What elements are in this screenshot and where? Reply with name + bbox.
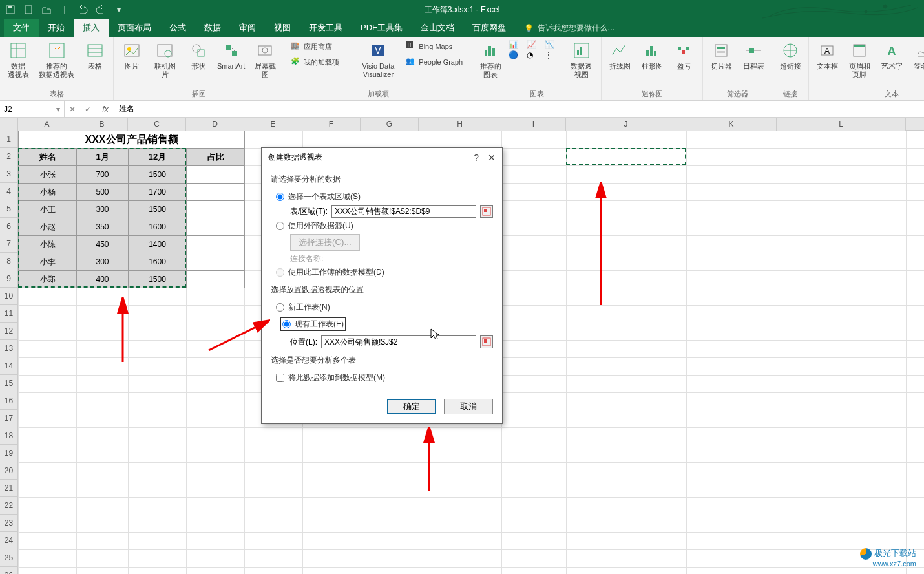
svg-rect-18 xyxy=(226,45,231,50)
tab-jinshan[interactable]: 金山文档 xyxy=(412,18,463,37)
people-graph-button[interactable]: 👥People Graph xyxy=(403,56,468,69)
ok-button[interactable]: 确定 xyxy=(387,399,436,414)
bing-maps-button[interactable]: 🅱Bing Maps xyxy=(403,40,468,53)
tab-insert[interactable]: 插入 xyxy=(74,18,109,37)
qat-dropdown-icon[interactable]: ▾ xyxy=(112,3,125,16)
svg-rect-19 xyxy=(232,51,237,56)
signature-icon xyxy=(915,41,924,59)
recommended-charts-button[interactable]: 推荐的 图表 xyxy=(476,40,505,80)
help-icon[interactable]: ? xyxy=(474,153,479,163)
screenshot-button[interactable]: 屏幕截图 xyxy=(250,40,280,80)
column-header[interactable]: I xyxy=(501,118,566,131)
tab-layout[interactable]: 页面布局 xyxy=(109,18,160,37)
radio-new-sheet[interactable]: 新工作表(N) xyxy=(276,302,493,313)
chart-gallery-icon[interactable]: 📉 xyxy=(545,40,562,49)
app-store-button[interactable]: 🏬应用商店 xyxy=(288,40,353,53)
screenshot-icon xyxy=(256,41,274,59)
column-header[interactable]: C xyxy=(128,118,186,131)
range-input[interactable] xyxy=(331,205,476,218)
ribbon-group-filters: 切片器 日程表 筛选器 xyxy=(703,37,772,100)
textbox-icon: A xyxy=(818,41,836,59)
wordart-button[interactable]: A艺术字 xyxy=(877,40,906,72)
chart-gallery-icon[interactable]: 🔵 xyxy=(509,50,525,59)
hyperlink-button[interactable]: 超链接 xyxy=(776,40,804,72)
signature-line-button[interactable]: 签名行 xyxy=(910,40,924,72)
column-header[interactable]: D xyxy=(186,118,244,131)
shapes-button[interactable]: 形状 xyxy=(184,40,213,72)
location-input[interactable] xyxy=(321,335,476,348)
location-picker-icon[interactable] xyxy=(480,335,493,348)
recommended-pivot-button[interactable]: 推荐的 数据透视表 xyxy=(36,40,77,80)
enter-formula-icon[interactable]: ✓ xyxy=(80,105,96,114)
svg-rect-33 xyxy=(654,51,656,56)
column-header[interactable]: A xyxy=(18,118,76,131)
visio-button[interactable]: VVisio Data Visualizer xyxy=(359,40,397,80)
group-label-filters: 筛选器 xyxy=(727,88,748,99)
open-icon[interactable] xyxy=(40,3,53,16)
pivot-table-button[interactable]: 数据 透视表 xyxy=(4,40,32,80)
radio-select-range[interactable]: 选择一个表或区域(S) xyxy=(276,191,493,202)
picture-button[interactable]: 图片 xyxy=(118,40,146,72)
close-icon[interactable]: ✕ xyxy=(488,153,496,163)
tab-file[interactable]: 文件 xyxy=(4,18,39,37)
chart-gallery-icon[interactable]: ⋮ xyxy=(545,50,562,59)
tab-view[interactable]: 视图 xyxy=(265,18,300,37)
sparkline-line-icon xyxy=(611,41,629,59)
my-addins-button[interactable]: 🧩我的加载项 xyxy=(288,56,353,69)
textbox-button[interactable]: A文本框 xyxy=(813,40,841,72)
column-header[interactable]: J xyxy=(566,118,686,131)
pivot-chart-button[interactable]: 数据透视图 xyxy=(565,40,597,80)
chart-gallery-icon[interactable]: ◔ xyxy=(527,50,543,59)
smartart-icon xyxy=(222,41,240,59)
create-pivot-dialog: 创建数据透视表 ? ✕ 请选择要分析的数据 选择一个表或区域(S) 表/区域(T… xyxy=(261,147,503,424)
column-header[interactable]: H xyxy=(419,118,501,131)
radio-existing-sheet[interactable]: 现有工作表(E) xyxy=(281,318,345,330)
column-header[interactable]: K xyxy=(686,118,777,131)
sparkline-line-button[interactable]: 折线图 xyxy=(605,40,634,72)
tab-formula[interactable]: 公式 xyxy=(160,18,195,37)
column-header[interactable]: F xyxy=(302,118,361,131)
new-icon[interactable] xyxy=(22,3,35,16)
tab-pdf[interactable]: PDF工具集 xyxy=(352,18,412,37)
slicer-button[interactable]: 切片器 xyxy=(707,40,735,72)
chart-gallery-icon[interactable]: 📊 xyxy=(509,40,525,49)
tab-dev[interactable]: 开发工具 xyxy=(300,18,352,37)
choose-connection-button: 选择连接(C)... xyxy=(290,234,360,251)
group-label-addins: 加载项 xyxy=(368,88,389,99)
range-picker-icon[interactable] xyxy=(480,205,493,218)
tab-baidu[interactable]: 百度网盘 xyxy=(463,18,515,37)
slicer-icon xyxy=(712,41,730,59)
header-footer-button[interactable]: 页眉和页脚 xyxy=(845,40,874,80)
smartart-button[interactable]: SmartArt xyxy=(216,40,246,72)
timeline-button[interactable]: 日程表 xyxy=(739,40,768,72)
group-label-tables: 表格 xyxy=(50,88,64,99)
checkbox-add-model[interactable]: 将此数据添加到数据模型(M) xyxy=(276,372,493,383)
tab-data[interactable]: 数据 xyxy=(195,18,230,37)
svg-line-20 xyxy=(231,47,235,51)
column-header[interactable]: B xyxy=(76,118,128,131)
column-header[interactable]: E xyxy=(244,118,302,131)
online-picture-button[interactable]: 联机图片 xyxy=(150,40,180,80)
sparkline-column-button[interactable]: 柱形图 xyxy=(638,40,666,72)
tab-home[interactable]: 开始 xyxy=(39,18,74,37)
formula-input[interactable] xyxy=(115,105,924,114)
radio-external-source[interactable]: 使用外部数据源(U) xyxy=(276,220,493,231)
fx-icon[interactable]: fx xyxy=(96,105,115,114)
redo-icon[interactable] xyxy=(94,3,107,16)
picture-icon xyxy=(123,41,141,59)
svg-rect-29 xyxy=(577,50,579,55)
sparkline-winloss-button[interactable]: 盈亏 xyxy=(670,40,698,72)
column-header[interactable]: G xyxy=(361,118,419,131)
svg-point-22 xyxy=(262,48,268,53)
cancel-button[interactable]: 取消 xyxy=(444,399,493,414)
tab-review[interactable]: 审阅 xyxy=(230,18,265,37)
chart-gallery-icon[interactable]: 📈 xyxy=(527,40,543,49)
column-header[interactable]: L xyxy=(777,118,906,131)
pivot-chart-icon xyxy=(572,41,591,59)
undo-icon[interactable] xyxy=(76,3,89,16)
save-icon[interactable] xyxy=(4,3,17,16)
table-button[interactable]: 表格 xyxy=(81,40,109,72)
cancel-formula-icon[interactable]: ✕ xyxy=(65,105,80,114)
tell-me[interactable]: 💡告诉我您想要做什么… xyxy=(515,19,624,37)
name-box[interactable]: J2▾ xyxy=(0,101,65,117)
